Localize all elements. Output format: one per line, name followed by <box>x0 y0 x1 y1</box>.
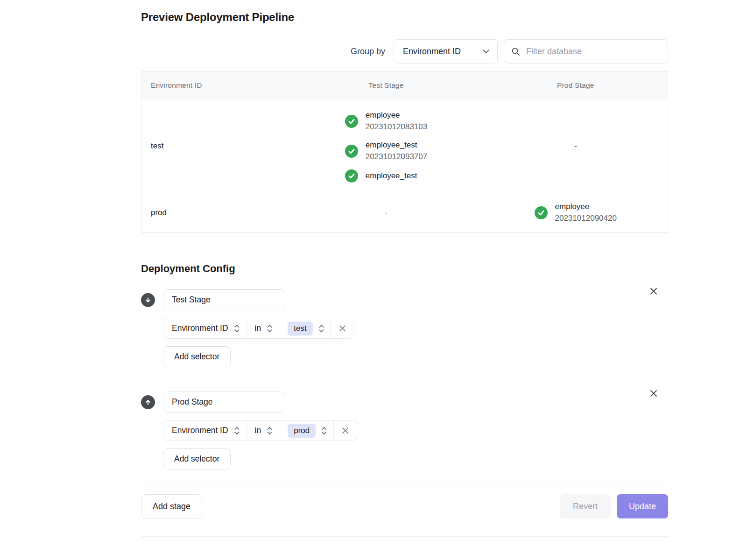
selector-row: Environment ID in prod <box>163 420 357 441</box>
updown-spinner-icon <box>267 426 273 435</box>
stage-block-test: Environment ID in test <box>141 289 668 367</box>
stage-name-input[interactable] <box>163 289 285 310</box>
main-panel: Preview Deployment Pipeline Group by Env… <box>141 0 668 537</box>
update-button[interactable]: Update <box>617 494 668 518</box>
selector-value-select[interactable]: prod <box>279 420 334 441</box>
column-header-environment-id: Environment ID <box>141 72 289 99</box>
deployment-config-title: Deployment Config <box>141 263 668 275</box>
table-header: Environment ID Test Stage Prod Stage <box>141 72 668 99</box>
add-selector-button[interactable]: Add selector <box>163 448 231 469</box>
selector-value-chip: test <box>288 322 312 336</box>
stage-divider <box>141 381 668 381</box>
pipeline-table: Environment ID Test Stage Prod Stage tes… <box>141 71 668 233</box>
check-circle-icon <box>345 115 358 128</box>
updown-spinner-icon <box>321 426 327 435</box>
selector-value-select[interactable]: test <box>279 318 331 338</box>
table-row-test: test employee 20231012083103 <box>141 99 668 193</box>
database-name: employee_test <box>366 170 417 182</box>
arrow-up-circle-icon <box>141 395 155 409</box>
table-row-prod: prod - employee 20231012090420 <box>141 193 668 232</box>
filter-database-field[interactable] <box>504 39 668 63</box>
database-version: 20231012090420 <box>555 212 617 224</box>
selector-operator-select[interactable]: in <box>247 420 280 441</box>
deployment-item: employee_test <box>345 169 417 182</box>
arrow-down-circle-icon <box>141 293 155 307</box>
remove-selector-icon[interactable] <box>331 318 354 338</box>
deployment-item: employee_test 20231012093707 <box>345 140 427 163</box>
selector-key-select[interactable]: Environment ID <box>163 420 247 441</box>
group-by-select[interactable]: Environment ID <box>394 39 498 63</box>
updown-spinner-icon <box>234 324 240 333</box>
prod-stage-empty-cell: - <box>574 141 577 151</box>
close-icon[interactable] <box>648 388 659 399</box>
database-name: employee <box>366 110 427 121</box>
environment-id-cell: prod <box>151 208 167 217</box>
test-stage-cell: employee 20231012083103 employee_test 20… <box>345 100 427 192</box>
selector-operator-select[interactable]: in <box>247 318 280 338</box>
footer-divider <box>141 482 668 482</box>
bottom-divider <box>141 536 668 537</box>
deployment-item: employee 20231012090420 <box>535 201 617 224</box>
revert-button[interactable]: Revert <box>560 494 611 518</box>
selector-key-select[interactable]: Environment ID <box>163 318 247 338</box>
page-title: Preview Deployment Pipeline <box>141 11 668 24</box>
check-circle-icon <box>345 145 358 158</box>
database-version: 20231012083103 <box>366 121 427 133</box>
database-name: employee_test <box>366 140 427 151</box>
search-icon <box>511 47 520 56</box>
test-stage-empty-cell: - <box>385 208 388 217</box>
column-header-test-stage: Test Stage <box>289 72 484 99</box>
filter-database-input[interactable] <box>525 46 661 57</box>
close-icon[interactable] <box>648 286 659 297</box>
stage-block-prod: Environment ID in prod <box>141 392 668 469</box>
selector-value-chip: prod <box>288 424 316 438</box>
group-by-label: Group by <box>351 47 385 56</box>
check-circle-icon <box>345 169 358 182</box>
updown-spinner-icon <box>234 426 240 435</box>
group-by-value: Environment ID <box>403 47 461 56</box>
check-circle-icon <box>535 206 548 219</box>
environment-id-cell: test <box>151 141 163 150</box>
selector-row: Environment ID in test <box>163 318 354 339</box>
stage-name-input[interactable] <box>163 392 285 413</box>
database-name: employee <box>555 201 617 212</box>
database-version: 20231012093707 <box>366 151 427 163</box>
toolbar: Group by Environment ID <box>141 39 668 63</box>
deployment-item: employee 20231012083103 <box>345 110 427 133</box>
column-header-prod-stage: Prod Stage <box>484 72 668 99</box>
updown-spinner-icon <box>318 324 324 333</box>
add-stage-button[interactable]: Add stage <box>141 494 202 518</box>
remove-selector-icon[interactable] <box>334 420 357 441</box>
chevron-down-icon <box>483 49 489 54</box>
updown-spinner-icon <box>267 324 273 333</box>
footer-actions: Add stage Revert Update <box>141 494 668 518</box>
add-selector-button[interactable]: Add selector <box>163 346 231 367</box>
